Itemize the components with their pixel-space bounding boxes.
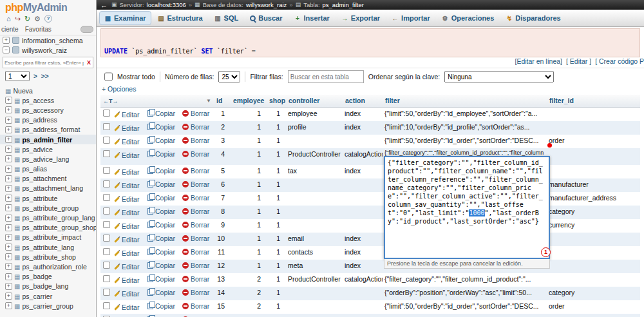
sidebar-table-item[interactable]: ps_carrier <box>0 291 96 301</box>
sidebar-table-item[interactable]: ps_attribute_group_lang <box>0 213 96 222</box>
cell-shop[interactable]: 1 <box>267 260 286 273</box>
copy-row-link[interactable]: Copiar <box>147 220 175 231</box>
cell-controller[interactable]: email <box>286 233 343 246</box>
cell-action[interactable]: index <box>343 314 383 317</box>
cell-employee[interactable]: 1 <box>231 135 267 148</box>
copy-row-link[interactable]: Copiar <box>147 314 175 317</box>
delete-row-link[interactable]: Borrar <box>182 287 209 298</box>
cell-employee[interactable]: 1 <box>231 206 267 219</box>
cell-employee[interactable]: 1 <box>231 192 267 206</box>
delete-row-link[interactable]: Borrar <box>182 149 209 160</box>
back-arrow-icon[interactable]: ← <box>100 1 108 9</box>
delete-row-link[interactable]: Borrar <box>182 260 209 271</box>
row-checkbox[interactable] <box>103 136 110 143</box>
sidebar-table-item[interactable]: ps_attachment_lang <box>0 184 96 193</box>
copy-row-link[interactable]: Copiar <box>147 122 175 133</box>
cell-shop[interactable]: 1 <box>267 273 286 287</box>
cell-shop[interactable]: 1 <box>267 148 286 165</box>
rows-count-select[interactable]: 25 <box>218 71 240 82</box>
cell-shop[interactable]: 1 <box>267 121 286 135</box>
expand-icon[interactable] <box>5 215 12 222</box>
cell-filter-id[interactable] <box>547 233 640 246</box>
copy-row-link[interactable]: Copiar <box>147 149 175 160</box>
edit-row-link[interactable]: Editar <box>114 235 139 245</box>
refresh-icon[interactable]: ↻ <box>24 15 30 23</box>
cell-employee[interactable]: 1 <box>231 260 267 273</box>
sidebar-table-item[interactable]: ps_admin_filter <box>0 135 96 144</box>
column-header-employee[interactable]: employee <box>233 97 264 104</box>
cell-action[interactable]: index <box>343 165 383 178</box>
tab-estructura[interactable]: Estructura <box>153 11 208 25</box>
sidebar-table-item[interactable]: ps_attribute_group_shop <box>0 223 96 233</box>
sidebar-table-item[interactable]: ps_carrier_group <box>0 301 96 311</box>
cell-filter-id[interactable]: category <box>547 287 640 300</box>
breadcrumb-server[interactable]: localhost:3306 <box>147 1 186 8</box>
nav-next-link[interactable]: > <box>33 73 37 80</box>
edit-row-link[interactable]: Editar <box>114 137 139 148</box>
column-header-id[interactable]: id <box>216 97 222 104</box>
expand-icon[interactable] <box>5 155 12 162</box>
nav-filter-input[interactable] <box>3 59 85 66</box>
sidebar-table-item[interactable]: ps_advice_lang <box>0 154 96 164</box>
column-header-filter[interactable]: filter <box>385 97 400 104</box>
expand-icon[interactable] <box>5 273 12 280</box>
nav-last-link[interactable]: >> <box>41 73 49 80</box>
cell-action[interactable] <box>343 178 383 192</box>
copy-row-link[interactable]: Copiar <box>147 166 175 177</box>
options-toggle[interactable]: + Opciones <box>97 85 644 95</box>
sidebar-table-item[interactable]: ps_badge <box>0 272 96 282</box>
cell-action[interactable]: catalogAction <box>343 273 383 287</box>
cell-controller[interactable]: tax <box>286 165 343 178</box>
expand-icon[interactable] <box>5 253 12 260</box>
cell-action[interactable] <box>343 300 383 314</box>
cell-shop[interactable]: 1 <box>267 246 286 260</box>
row-checkbox[interactable] <box>103 149 110 157</box>
tab-exportar[interactable]: Exportar <box>336 11 385 25</box>
delete-row-link[interactable]: Borrar <box>182 135 209 146</box>
cell-employee[interactable]: 2 <box>231 300 267 314</box>
expand-icon[interactable] <box>5 234 12 241</box>
edit-row-link[interactable]: Editar <box>114 221 139 232</box>
row-checkbox[interactable] <box>103 220 110 227</box>
copy-row-link[interactable]: Copiar <box>147 179 175 190</box>
cell-shop[interactable]: 1 <box>267 107 286 121</box>
cell-filter[interactable]: {"limit":50,"orderBy":"id_order","sortOr… <box>383 135 547 148</box>
cell-filter-id[interactable]: manufacturer_address <box>547 192 640 206</box>
delete-row-link[interactable]: Borrar <box>182 206 209 217</box>
edit-row-link[interactable]: Editar <box>114 167 139 178</box>
cell-controller[interactable]: ProductController <box>286 273 343 287</box>
cell-filter-id[interactable] <box>547 165 640 178</box>
delete-row-link[interactable]: Borrar <box>182 220 209 231</box>
home-icon[interactable]: ⌂ <box>6 15 11 23</box>
expand-icon[interactable] <box>5 204 12 211</box>
expand-icon[interactable] <box>5 283 12 290</box>
sidebar-table-item[interactable]: ps_attribute_lang <box>0 242 96 252</box>
row-checkbox[interactable] <box>103 234 110 241</box>
copy-row-link[interactable]: Copiar <box>147 247 175 258</box>
cell-shop[interactable]: 1 <box>267 314 286 317</box>
column-header-action[interactable]: action <box>345 97 365 104</box>
sidebar-table-item[interactable]: ps_access <box>0 95 96 105</box>
sidebar-table-item[interactable]: ps_address <box>0 115 96 125</box>
cell-filter-id[interactable] <box>547 246 640 260</box>
sidebar-table-item[interactable]: ps_attribute_shop <box>0 252 96 262</box>
edit-row-link[interactable]: Editar <box>114 302 139 313</box>
cell-shop[interactable]: 1 <box>267 135 286 148</box>
cell-filter[interactable]: {"orderBy":"position","orderWay":"asc","… <box>383 287 547 300</box>
cell-employee[interactable]: 1 <box>231 219 267 233</box>
cell-filter[interactable]: {"limit":50,"orderBy":"id_order","sortOr… <box>383 300 547 314</box>
cell-filter-id[interactable]: manufacturer <box>547 178 640 192</box>
sidebar-table-item[interactable]: ps_advice <box>0 144 96 154</box>
column-header-shop[interactable]: shop <box>269 97 285 104</box>
cell-employee[interactable]: 2 <box>231 273 267 287</box>
expand-icon[interactable] <box>5 166 12 173</box>
sort-key-select[interactable]: Ninguna <box>444 71 554 82</box>
expand-icon[interactable] <box>5 106 12 113</box>
nav-tab-favorites[interactable]: Favoritas <box>25 26 52 33</box>
delete-row-link[interactable]: Borrar <box>182 122 209 133</box>
cell-shop[interactable]: 1 <box>267 165 286 178</box>
cell-employee[interactable]: 1 <box>231 314 267 317</box>
delete-row-link[interactable]: Borrar <box>182 166 209 177</box>
cell-controller[interactable]: contacts <box>286 246 343 260</box>
row-checkbox[interactable] <box>103 109 110 116</box>
